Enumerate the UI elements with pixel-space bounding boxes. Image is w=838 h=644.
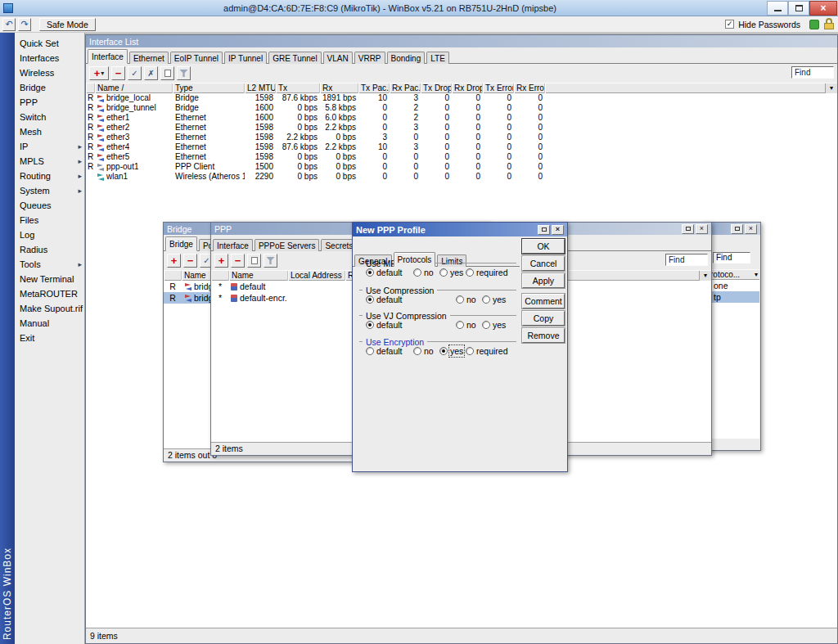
column-header-protocol[interactable]: rotoco... (710, 270, 740, 279)
sidebar-item-log[interactable]: Log (15, 227, 84, 242)
column-header-rx-drops[interactable]: Rx Drops (452, 83, 483, 93)
remove-button[interactable]: − (183, 254, 197, 268)
sidebar-item-bridge[interactable]: Bridge (15, 80, 84, 95)
sidebar-item-ip[interactable]: IP▸ (15, 139, 84, 154)
remove-button[interactable]: − (111, 66, 125, 80)
sidebar-item-mesh[interactable]: Mesh (15, 124, 84, 139)
filter-button[interactable] (177, 66, 191, 80)
sidebar-item-new-terminal[interactable]: New Terminal (15, 272, 84, 286)
ok-button[interactable]: OK (522, 239, 565, 254)
enable-button[interactable]: ✓ (128, 66, 142, 80)
filter-button[interactable] (264, 254, 277, 268)
interface-list-titlebar[interactable]: Interface List (86, 35, 837, 47)
add-button[interactable]: + (167, 254, 181, 268)
column-select-button[interactable]: ▾ (755, 270, 759, 279)
column-header-name[interactable]: Name / (95, 83, 173, 93)
find-input[interactable]: Find (665, 254, 708, 266)
tab-bridge[interactable]: Bridge (165, 236, 197, 251)
sidebar-item-metarouter[interactable]: MetaROUTER (15, 286, 84, 301)
safe-mode-button[interactable]: Safe Mode (39, 18, 96, 31)
tab-ip-tunnel[interactable]: IP Tunnel (224, 52, 267, 64)
column-header-tx-packet[interactable]: Tx Pac... (358, 83, 390, 93)
sidebar-item-switch[interactable]: Switch (15, 110, 84, 124)
column-header-type[interactable]: Type (173, 83, 245, 93)
sidebar-item-tools[interactable]: Tools▸ (15, 257, 84, 272)
sidebar-item-queues[interactable]: Queues (15, 198, 84, 213)
sidebar-item-quick-set[interactable]: Quick Set (15, 36, 84, 51)
radio-use-mpls-required[interactable]: required (466, 268, 508, 277)
column-header-l2mtu[interactable]: L2 MTU (245, 83, 276, 93)
dialog-titlebar[interactable]: New PPP Profile × (353, 223, 567, 236)
list-item-selected[interactable]: tp (704, 291, 759, 303)
radio-use-vj-compression-no[interactable]: no (456, 320, 476, 330)
sidebar-item-interfaces[interactable]: Interfaces (15, 51, 84, 65)
interface-row[interactable]: R ether4 Ethernet 1598 87.6 kbps 2.2 kbp… (86, 142, 837, 152)
interface-row[interactable]: R bridge_local Bridge 1598 87.6 kbps 189… (86, 93, 837, 103)
add-button[interactable]: +▾ (89, 66, 109, 80)
hide-passwords-checkbox[interactable]: ✓ (725, 20, 734, 29)
column-header-flags[interactable] (211, 271, 229, 281)
tab-interface[interactable]: Interface (213, 239, 253, 251)
maximize-button[interactable] (682, 224, 694, 234)
column-header-rx-errors[interactable]: Rx Errors (514, 83, 545, 93)
tab-bonding[interactable]: Bonding (387, 52, 426, 64)
radio-use-vj-compression-yes[interactable]: yes (482, 320, 506, 330)
redo-button[interactable]: ↷ (18, 18, 31, 31)
tab-protocols[interactable]: Protocols (394, 252, 436, 267)
tab-vrrp[interactable]: VRRP (354, 52, 385, 64)
interface-row[interactable]: R bridge_tunnel Bridge 1600 0 bps 5.8 kb… (86, 103, 837, 113)
interface-row[interactable]: wlan1 Wireless (Atheros 11N) 2290 0 bps … (86, 172, 837, 182)
list-item[interactable]: one (704, 280, 759, 291)
column-select-button[interactable]: ▾ (699, 271, 711, 281)
interface-row[interactable]: R ether5 Ethernet 1598 0 bps 0 bps 0 0 0… (86, 152, 837, 162)
cancel-button[interactable]: Cancel (522, 256, 565, 271)
tab-lte[interactable]: LTE (426, 52, 449, 64)
column-header-flags[interactable] (164, 271, 182, 281)
close-button[interactable]: × (809, 1, 837, 16)
column-header-rx-packet[interactable]: Rx Pac... (390, 83, 421, 93)
minimize-button[interactable] (767, 1, 788, 16)
find-input[interactable]: Find (791, 66, 834, 79)
sidebar-item-make-supout-rif[interactable]: Make Supout.rif (15, 301, 84, 316)
tab-gre-tunnel[interactable]: GRE Tunnel (268, 52, 321, 64)
column-header-flags[interactable] (86, 83, 95, 93)
tab-eoip-tunnel[interactable]: EoIP Tunnel (170, 52, 223, 64)
tab-vlan[interactable]: VLAN (323, 52, 353, 64)
apply-button[interactable]: Apply (522, 273, 565, 288)
sidebar-item-mpls[interactable]: MPLS▸ (15, 154, 84, 169)
column-header-tx[interactable]: Tx (276, 83, 320, 93)
column-header-rx[interactable]: Rx (320, 83, 358, 93)
maximize-button[interactable] (731, 224, 743, 234)
interface-row[interactable]: R ppp-out1 PPP Client 1500 0 bps 0 bps 0… (86, 162, 837, 172)
sidebar-item-radius[interactable]: Radius (15, 242, 84, 257)
radio-use-compression-yes[interactable]: yes (482, 295, 506, 304)
close-button[interactable]: × (745, 224, 757, 234)
interface-row[interactable]: R ether2 Ethernet 1598 0 bps 2.2 kbps 0 … (86, 123, 837, 133)
radio-use-compression-no[interactable]: no (456, 295, 476, 304)
radio-use-mpls-default[interactable]: default (366, 268, 403, 277)
column-header-name[interactable]: Name (229, 271, 288, 281)
maximize-button[interactable] (788, 1, 809, 16)
column-header-local-address[interactable]: Local Address (288, 271, 345, 281)
undo-button[interactable]: ↶ (2, 18, 16, 31)
radio-use-vj-compression-default[interactable]: default (366, 320, 403, 330)
sidebar-item-files[interactable]: Files (15, 213, 84, 227)
radio-use-mpls-yes[interactable]: yes (439, 268, 463, 277)
find-input[interactable]: Find (713, 252, 750, 263)
radio-use-encryption-default[interactable]: default (366, 346, 403, 356)
column-header-tx-drops[interactable]: Tx Drops (421, 83, 452, 93)
interface-row[interactable]: R ether1 Ethernet 1600 0 bps 6.0 kbps 0 … (86, 113, 837, 123)
tab-interface[interactable]: Interface (88, 49, 128, 64)
remove-button[interactable]: − (231, 254, 245, 268)
radio-use-encryption-yes[interactable]: yes (439, 346, 463, 356)
radio-use-encryption-no[interactable]: no (413, 346, 434, 356)
column-header-tx-errors[interactable]: Tx Errors (483, 83, 514, 93)
close-button[interactable]: × (552, 225, 564, 235)
add-button[interactable]: + (214, 254, 228, 268)
radio-use-compression-default[interactable]: default (366, 295, 403, 304)
sidebar-item-routing[interactable]: Routing▸ (15, 169, 84, 183)
tab-ethernet[interactable]: Ethernet (129, 52, 169, 64)
radio-use-mpls-no[interactable]: no (413, 268, 434, 277)
interface-row[interactable]: R ether3 Ethernet 1598 2.2 kbps 0 bps 3 … (86, 133, 837, 142)
disable-button[interactable]: ✗ (144, 66, 158, 80)
